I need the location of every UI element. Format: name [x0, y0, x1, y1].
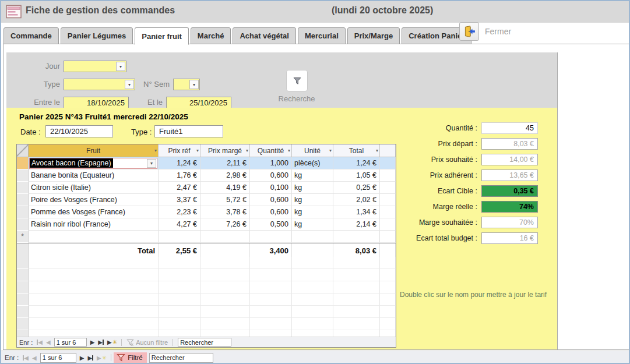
new-record-selector[interactable]: * — [17, 231, 29, 243]
unite-cell[interactable]: kg — [292, 218, 333, 231]
new-record-button[interactable]: ▶✳ — [105, 339, 119, 345]
quantite-cell[interactable]: 0,600 — [250, 206, 292, 218]
quantite-cell[interactable]: 0,500 — [250, 218, 292, 231]
unite-cell[interactable]: kg — [292, 182, 333, 194]
ecart-cible-field: 0,35 € — [481, 185, 538, 197]
next-record-button[interactable]: ▶ — [78, 355, 86, 361]
basket-panel: Panier 2025 N°43 Fruité1 mercredi 22/10/… — [6, 108, 558, 349]
chevron-down-icon[interactable]: ▾ — [116, 62, 125, 71]
fruit-cell[interactable]: Citron sicile (Italie) — [29, 182, 159, 194]
filter-funnel-icon — [292, 76, 302, 86]
record-search-input[interactable] — [178, 338, 231, 347]
exit-door-icon — [463, 25, 476, 38]
filter-arrow-icon[interactable]: ▾ — [196, 148, 199, 153]
fruit-combobox[interactable]: Avocat bacon (Espagne) ▾ — [29, 158, 157, 169]
prix-marge-cell[interactable]: 4,19 € — [200, 182, 250, 194]
et-le-input[interactable] — [166, 97, 231, 108]
row-selector[interactable] — [17, 169, 29, 182]
record-position-box[interactable] — [54, 338, 87, 347]
recherche-button[interactable] — [286, 70, 308, 91]
no-filter-indicator[interactable]: Aucun filtre — [124, 339, 170, 346]
record-label: Enr : — [5, 354, 19, 361]
prix-marge-cell[interactable]: 2,11 € — [200, 157, 250, 169]
chevron-down-icon[interactable]: ▾ — [189, 80, 199, 89]
quantite-cell[interactable]: 0,100 — [250, 182, 292, 194]
type-label: Type — [6, 79, 60, 90]
tab-commande[interactable]: Commande — [3, 27, 59, 44]
chevron-down-icon[interactable]: ▾ — [147, 159, 156, 168]
fruit-cell[interactable] — [29, 231, 159, 243]
filtered-indicator[interactable]: Filtré — [114, 352, 147, 363]
basket-type-input[interactable] — [154, 125, 223, 137]
entre-le-label: Entre le — [6, 97, 60, 108]
jour-label: Jour — [6, 61, 60, 72]
close-button[interactable] — [459, 22, 479, 41]
tab-marche[interactable]: Marché — [191, 27, 231, 44]
tab-achat-vegetal[interactable]: Achat végétal — [233, 27, 296, 44]
row-selector[interactable] — [17, 157, 29, 169]
unite-cell[interactable]: kg — [292, 169, 333, 182]
prix-adherent-field: 13,65 € — [481, 169, 538, 181]
row-selector[interactable] — [17, 218, 29, 231]
quantite-cell[interactable]: 0,600 — [250, 169, 292, 182]
totals-quantite: 3,400 — [250, 243, 292, 257]
record-search-input[interactable] — [149, 353, 213, 363]
fruit-cell[interactable]: Banane bonita (Equateur) — [29, 169, 159, 182]
tab-prix-marge[interactable]: Prix/Marge — [347, 27, 400, 44]
prix-marge-cell[interactable]: 5,72 € — [200, 194, 250, 206]
row-selector[interactable] — [17, 206, 29, 218]
previous-record-button[interactable]: ◀ — [44, 339, 52, 345]
row-selector[interactable] — [17, 194, 29, 206]
unite-cell[interactable]: kg — [292, 194, 333, 206]
record-label: Enr : — [19, 339, 33, 346]
quantite-cell[interactable]: 0,600 — [250, 194, 292, 206]
last-record-button[interactable]: ▶ — [96, 339, 105, 345]
tab-panier-legumes[interactable]: Panier Légumes — [61, 27, 133, 44]
prix-ref-cell[interactable]: 1,76 € — [159, 169, 200, 182]
prix-ref-cell[interactable]: 3,37 € — [159, 194, 200, 206]
prix-ref-cell[interactable]: 1,24 € — [159, 157, 200, 169]
type-combobox[interactable]: ▾ — [64, 79, 135, 90]
filter-arrow-icon[interactable]: ▾ — [329, 148, 332, 153]
unite-cell[interactable]: pièce(s) — [292, 157, 333, 169]
fruit-cell[interactable]: Pomme des Vosges (France) — [29, 206, 159, 218]
filter-arrow-icon[interactable]: ▾ — [246, 148, 248, 153]
filter-arrow-icon[interactable]: ▾ — [288, 148, 290, 153]
prix-ref-cell[interactable]: 2,23 € — [159, 206, 200, 218]
quantite-field[interactable]: 45 — [481, 122, 538, 134]
date-input[interactable] — [45, 125, 113, 137]
last-record-button[interactable]: ▶ — [86, 355, 95, 361]
tab-mercurial[interactable]: Mercurial — [298, 27, 346, 44]
prix-ref-cell[interactable]: 2,47 € — [159, 182, 200, 194]
select-all-corner[interactable] — [17, 144, 29, 157]
unite-cell[interactable]: kg — [292, 206, 333, 218]
form-icon — [6, 5, 22, 19]
record-position-box[interactable] — [40, 353, 76, 363]
first-record-button[interactable]: ◀ — [21, 355, 30, 361]
column-header-unite[interactable]: Unité▾ — [292, 144, 333, 157]
column-header-fruit[interactable]: Fruit▾ — [29, 144, 159, 157]
row-selector[interactable] — [17, 182, 29, 194]
column-header-prix-marge[interactable]: Prix margé▾ — [200, 144, 250, 157]
prix-marge-cell[interactable]: 3,78 € — [200, 206, 250, 218]
new-record-button[interactable]: ▶✳ — [95, 355, 108, 361]
fruit-cell[interactable]: Raisin noir ribol (France) — [29, 218, 159, 231]
jour-combobox[interactable]: ▾ — [64, 61, 126, 72]
entre-le-input[interactable] — [64, 97, 129, 108]
tab-panier-fruit[interactable]: Panier fruit — [135, 27, 189, 45]
column-header-prix-ref[interactable]: Prix réf▾ — [159, 144, 200, 157]
fruit-cell[interactable]: Poire des Vosges (France) — [29, 194, 159, 206]
prix-marge-cell[interactable]: 2,98 € — [200, 169, 250, 182]
ecart-cible-label: Ecart Cible : — [343, 185, 477, 197]
quantite-cell[interactable]: 1,000 — [250, 157, 292, 169]
filter-arrow-icon[interactable]: ▾ — [154, 148, 157, 153]
prix-ref-cell[interactable]: 4,27 € — [159, 218, 200, 231]
prix-marge-cell[interactable]: 7,26 € — [200, 218, 250, 231]
fruit-cell[interactable]: Avocat bacon (Espagne) ▾ — [29, 157, 159, 169]
first-record-button[interactable]: ◀ — [35, 339, 44, 345]
column-header-quantite[interactable]: Quantité▾ — [250, 144, 292, 157]
chevron-down-icon[interactable]: ▾ — [125, 80, 134, 89]
previous-record-button[interactable]: ◀ — [30, 355, 38, 361]
next-record-button[interactable]: ▶ — [89, 339, 97, 345]
nsem-combobox[interactable]: ▾ — [173, 79, 200, 90]
